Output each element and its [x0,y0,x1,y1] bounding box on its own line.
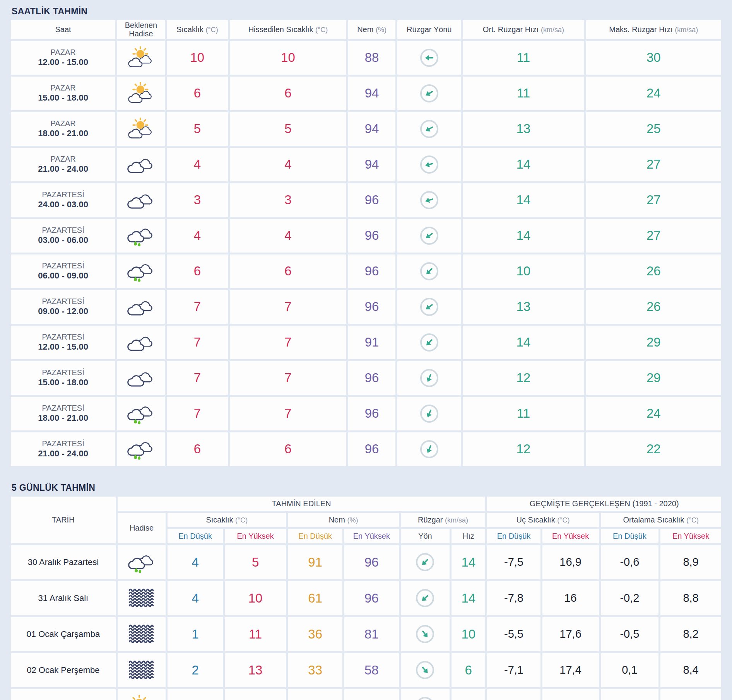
cell-wind-speed: 6 [452,653,485,687]
cell-condition [117,41,164,75]
cell-temperature: 10 [167,41,228,75]
cell-temperature: 7 [167,361,228,395]
cell-wind-avg-speed: 13 [463,290,584,324]
group-header-historical: GEÇMİŞTE GERÇEKLEŞEN (1991 - 2020) [487,497,721,511]
cell-average-min: 0,3 [601,689,659,700]
cell-wind-direction [397,326,461,359]
wind-arrow-icon [422,442,436,456]
day-label: PAZARTESİ [12,190,115,199]
cell-humidity-min: 33 [288,653,342,687]
wind-arrow-icon [418,555,433,570]
cell-humidity: 96 [348,254,395,288]
cell-humidity: 88 [348,41,395,75]
cell-wind-avg-speed: 14 [463,326,584,359]
cell-time: PAZARTESİ 18.00 - 21.00 [11,397,115,430]
cell-humidity-min: 61 [288,581,342,615]
cell-wind-avg-speed: 10 [463,254,584,288]
subheader-wind-speed: Hız [452,529,485,543]
fog-icon [127,623,157,645]
cell-wind-speed: 14 [452,581,485,615]
day-label: PAZAR [12,48,115,57]
cell-condition [118,581,166,615]
hourly-forecast-section: SAATLİK TAHMİN Saat BeklenenHadise Sıcak… [0,0,732,468]
daily-table-row: 01 Ocak Çarşamba 1 11 36 81 10 -5,5 17,6… [11,617,721,651]
cell-temp-min: 4 [168,581,222,615]
cell-temp-max: 5 [225,545,286,579]
cell-wind-max-speed: 27 [586,148,721,181]
cell-date: 02 Ocak Perşembe [11,653,116,687]
fog-icon [127,587,157,610]
day-label: PAZARTESİ [12,226,115,235]
cell-wind-direction [397,397,461,430]
cell-temperature: 7 [167,290,228,324]
day-label: PAZARTESİ [12,333,115,341]
cell-condition [117,219,164,253]
clouds-rain-icon [126,224,156,247]
cell-humidity-max: 96 [344,545,399,579]
time-range-label: 21.00 - 24.00 [12,164,115,174]
cell-condition [118,689,166,700]
cell-temp-min: 2 [168,653,222,687]
time-range-label: 12.00 - 15.00 [12,57,115,67]
daily-header-row-groups-top: TARİH TAHMİN EDİLEN GEÇMİŞTE GERÇEKLEŞEN… [11,497,721,511]
cell-extreme-max: 16,9 [542,545,599,579]
wind-arrow-icon [422,193,436,207]
day-label: PAZARTESİ [12,297,115,306]
cell-wind-direction [397,112,461,146]
day-label: PAZAR [12,155,115,164]
time-range-label: 06.00 - 09.00 [12,271,115,281]
wind-arrow-icon [422,86,436,101]
day-label: PAZAR [12,119,115,128]
group-header-predicted: TAHMİN EDİLEN [118,497,486,511]
cell-wind-max-speed: 25 [586,112,721,146]
date-label: 31 Aralık Salı [12,593,115,603]
date-label: 30 Aralık Pazartesi [12,557,115,567]
cell-wind-avg-speed: 11 [463,77,584,110]
cell-wind-direction [397,183,461,217]
subheader-average-min: En Düşük [601,529,659,543]
cell-feels-like: 4 [230,219,346,253]
cell-wind-max-speed: 24 [586,77,721,110]
time-range-label: 15.00 - 18.00 [12,93,115,103]
col-header-feels-like: Hissedilen Sıcaklık (°C) [230,20,346,39]
col-header-condition: BeklenenHadise [117,20,164,39]
cell-feels-like: 7 [230,326,346,359]
cell-extreme-min: -7,8 [487,581,540,615]
wind-arrow-icon [418,663,433,678]
hourly-table-row: PAZARTESİ 24.00 - 03.00 3 3 96 14 27 [11,183,721,217]
cell-condition [117,254,164,288]
cell-feels-like: 6 [230,77,346,110]
cell-time: PAZARTESİ 24.00 - 03.00 [11,183,115,217]
time-range-label: 12.00 - 15.00 [12,342,115,352]
cell-time: PAZARTESİ 09.00 - 12.00 [11,290,115,324]
cell-wind-direction [401,581,450,615]
cell-feels-like: 6 [230,254,346,288]
time-range-label: 15.00 - 18.00 [12,377,115,388]
cell-wind-max-speed: 22 [586,432,721,466]
cell-wind-direction [397,290,461,324]
cell-humidity: 96 [348,183,395,217]
subheader-humidity-min: En Düşük [288,529,342,543]
wind-arrow-icon [422,299,436,314]
cell-wind-speed: 8 [452,689,485,700]
clouds-icon [126,189,156,211]
clouds-icon [126,367,156,389]
clouds-rain-icon [126,260,156,282]
cell-extreme-max: 17,4 [542,653,599,687]
wind-direction-circle [420,227,438,245]
cell-temp-max: 13 [225,653,286,687]
cell-humidity: 94 [348,112,395,146]
clouds-icon [126,295,156,318]
cell-wind-avg-speed: 13 [463,112,584,146]
cell-extreme-max: 17,6 [542,617,599,651]
cell-feels-like: 7 [230,290,346,324]
cell-wind-direction [397,361,461,395]
day-label: PAZARTESİ [12,368,115,377]
cell-feels-like: 3 [230,183,346,217]
cell-wind-avg-speed: 11 [463,41,584,75]
hourly-section-title: SAATLİK TAHMİN [0,0,732,18]
cell-average-max: 8,2 [660,617,721,651]
cell-humidity: 94 [348,77,395,110]
cell-feels-like: 7 [230,397,346,430]
cell-humidity-min: 34 [288,689,342,700]
